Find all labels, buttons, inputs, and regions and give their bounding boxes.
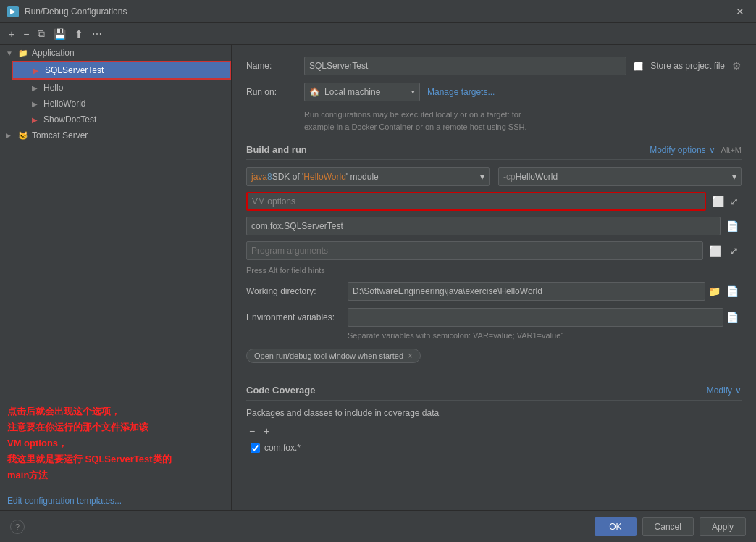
vm-expand-icon[interactable]: ⤢	[727, 194, 742, 209]
config-tree: ▼ 📁 Application ▶ SQLServerTest ▶ Hello	[0, 45, 231, 396]
ok-button[interactable]: OK	[595, 517, 636, 536]
cp-arrow-icon: ▾	[732, 172, 736, 182]
run-on-label: Run on:	[246, 87, 304, 97]
title-bar: ▶ Run/Debug Configurations ✕	[0, 0, 756, 23]
edit-templates-link[interactable]: Edit configuration templates...	[7, 496, 122, 506]
main-class-browse-button[interactable]: 📄	[723, 219, 742, 233]
tree-item-showdoctest-label: ShowDocTest	[43, 114, 96, 125]
dropdown-arrow-icon: ▾	[411, 88, 415, 96]
chip-close-button[interactable]: ×	[408, 351, 413, 361]
apply-button[interactable]: Apply	[700, 517, 746, 536]
prog-args-expand-button[interactable]: ⬜	[706, 243, 724, 258]
open-window-chip-label: Open run/debug tool window when started	[254, 351, 403, 360]
move-up-button[interactable]: ⬆	[72, 27, 86, 41]
main-class-row: 📄	[246, 217, 742, 235]
left-footer: Edit configuration templates...	[0, 491, 231, 510]
tree-item-showdoctest[interactable]: ▶ ShowDocTest	[12, 112, 231, 128]
build-run-title: Build and run	[246, 144, 307, 155]
tree-item-sqlservertest-label: SQLServerTest	[45, 65, 104, 75]
tree-tomcat-label: Tomcat Server	[32, 130, 88, 141]
toolbar: + − ⧉ 💾 ⬆ ⋯	[0, 23, 756, 45]
main-class-input[interactable]	[246, 217, 721, 235]
modify-arrow-icon: ∨	[709, 145, 715, 155]
run-on-row: Run on: 🏠 Local machine ▾ Manage targets…	[246, 83, 742, 101]
coverage-toolbar: − +	[246, 424, 742, 438]
tree-item-sqlservertest[interactable]: ▶ SQLServerTest	[12, 61, 231, 80]
more-button[interactable]: ⋯	[89, 27, 105, 41]
modify-options-button[interactable]: Modify options ∨	[650, 145, 715, 155]
env-vars-row: Environment variables: 📄	[246, 308, 742, 327]
working-dir-icon2[interactable]: 📄	[723, 284, 742, 299]
tomcat-icon: 🐱	[17, 130, 29, 141]
name-row: Name: Store as project file ⚙	[246, 57, 742, 75]
coverage-remove-button[interactable]: −	[246, 424, 258, 438]
save-config-button[interactable]: 💾	[51, 27, 69, 41]
cancel-button[interactable]: Cancel	[642, 517, 694, 536]
hello-icon: ▶	[29, 82, 41, 93]
coverage-item: com.fox.*	[246, 441, 742, 454]
coverage-desc: Packages and classes to include in cover…	[246, 408, 742, 418]
run-description: Run configurations may be executed local…	[304, 109, 742, 133]
coverage-add-button[interactable]: +	[261, 424, 272, 438]
tree-item-hello[interactable]: ▶ Hello	[12, 80, 231, 96]
name-label: Name:	[246, 61, 304, 71]
working-dir-input[interactable]	[348, 282, 705, 301]
env-vars-input[interactable]	[348, 308, 723, 327]
gear-icon[interactable]: ⚙	[732, 60, 742, 72]
add-config-button[interactable]: +	[6, 27, 17, 41]
showdoctest-icon: ▶	[29, 114, 41, 125]
working-dir-label: Working directory:	[246, 286, 348, 296]
tree-item-helloworld[interactable]: ▶ HelloWorld	[12, 96, 231, 112]
vm-expand-button[interactable]: ⬜	[709, 194, 727, 209]
bottom-bar: ? OK Cancel Apply	[0, 510, 756, 542]
copy-config-button[interactable]: ⧉	[35, 26, 48, 41]
sdk-arrow-icon: ▾	[480, 172, 484, 182]
modify-shortcut: Alt+M	[721, 146, 742, 154]
env-vars-label: Environment variables:	[246, 312, 348, 322]
help-button[interactable]: ?	[10, 520, 25, 534]
application-folder-icon: 📁	[17, 47, 29, 59]
coverage-modify-button[interactable]: Modify ∨	[707, 385, 742, 396]
sep-hint: Separate variables with semicolon: VAR=v…	[348, 331, 742, 340]
dialog-icon: ▶	[7, 6, 19, 17]
vm-options-input[interactable]	[246, 192, 706, 211]
sdk-dropdown[interactable]: java 8 SDK of ' HelloWorld ' module ▾	[246, 167, 490, 186]
tree-item-helloworld-label: HelloWorld	[43, 99, 85, 109]
program-args-row: ⬜ ⤢	[246, 241, 742, 260]
store-project-checkbox[interactable]	[634, 62, 643, 71]
tree-group-tomcat[interactable]: ▶ 🐱 Tomcat Server	[0, 128, 231, 143]
sdk-row: java 8 SDK of ' HelloWorld ' module ▾ -c…	[246, 167, 742, 186]
bottom-buttons: OK Cancel Apply	[595, 517, 746, 536]
coverage-header: Code Coverage Modify ∨	[246, 385, 742, 401]
local-machine-label: Local machine	[324, 87, 380, 97]
close-button[interactable]: ✕	[731, 4, 749, 19]
coverage-section: Code Coverage Modify ∨ Packages and clas…	[246, 385, 742, 454]
sqlservertest-run-icon: ▶	[30, 64, 42, 76]
program-args-input[interactable]	[246, 241, 703, 260]
env-vars-icon[interactable]: 📄	[723, 310, 742, 325]
right-panel: Name: Store as project file ⚙ Run on: 🏠 …	[232, 45, 756, 510]
remove-config-button[interactable]: −	[20, 27, 32, 41]
build-run-header: Build and run Modify options ∨ Alt+M	[246, 144, 742, 160]
manage-targets-link[interactable]: Manage targets...	[427, 87, 495, 97]
working-dir-browse-button[interactable]: 📁	[705, 284, 723, 299]
tree-group-application[interactable]: ▼ 📁 Application	[0, 45, 231, 61]
open-window-chip-container: Open run/debug tool window when started …	[246, 349, 742, 363]
open-window-chip: Open run/debug tool window when started …	[246, 349, 421, 363]
vm-options-row: ⬜ ⤢	[246, 192, 742, 211]
working-dir-row: Working directory: 📁 📄	[246, 282, 742, 301]
run-on-dropdown[interactable]: 🏠 Local machine ▾	[304, 83, 420, 101]
classpath-dropdown[interactable]: -cp HelloWorld ▾	[498, 167, 742, 186]
annotation-text: 点击后就会出现这个选项， 注意要在你运行的那个文件添加该 VM options，…	[0, 396, 231, 491]
application-arrow: ▼	[6, 49, 14, 57]
tree-application-label: Application	[32, 48, 75, 58]
name-input[interactable]	[304, 57, 626, 75]
helloworld-icon: ▶	[29, 98, 41, 109]
coverage-title: Code Coverage	[246, 385, 315, 396]
coverage-modify-arrow-icon: ∨	[735, 385, 742, 396]
coverage-item-checkbox[interactable]	[251, 443, 260, 453]
prog-args-icon[interactable]: ⤢	[727, 243, 742, 258]
store-project-label: Store as project file	[650, 61, 725, 71]
modify-options-area: Modify options ∨ Alt+M	[650, 145, 742, 155]
tomcat-arrow: ▶	[6, 132, 14, 139]
